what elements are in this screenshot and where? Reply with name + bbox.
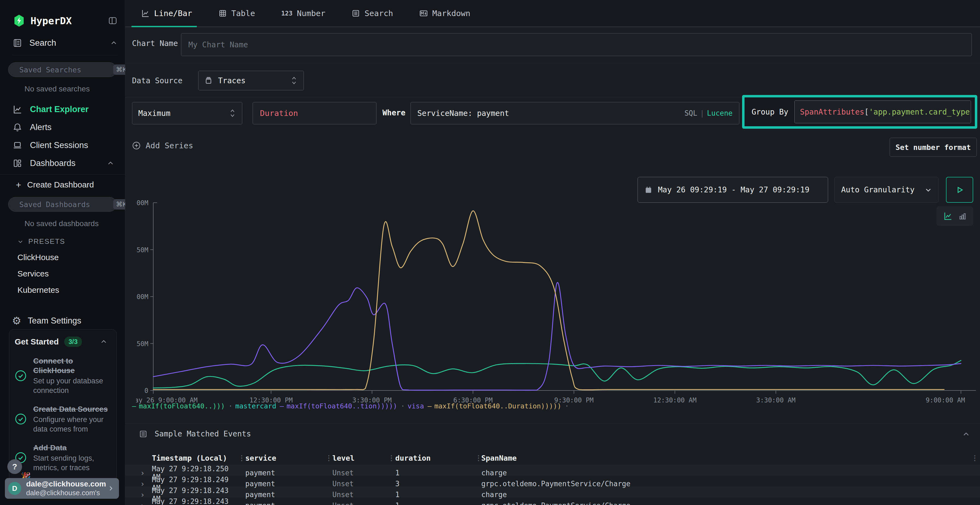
search-section-header[interactable]: Search [13, 38, 117, 55]
cell-service: payment [245, 480, 325, 488]
cell-spanname: grpc.oteldemo.PaymentService/Charge [481, 502, 965, 505]
legend-item[interactable]: · visa [401, 402, 424, 410]
svg-text:600M: 600M [136, 199, 148, 207]
svg-text:450M: 450M [136, 246, 148, 254]
preset-dashboard-item[interactable]: Services [18, 269, 125, 278]
data-source-select[interactable]: Traces [198, 71, 304, 91]
column-resize-handle[interactable]: ⋮ [238, 454, 245, 462]
onboarding-step-title: Create Data Sources [33, 404, 111, 414]
onboarding-step[interactable]: Connect to ClickHouse Set up your databa… [15, 356, 111, 395]
user-menu[interactable]: D dale@clickhouse.com dale@clickhouse.co… [5, 478, 119, 499]
sidebar-collapse-icon[interactable] [108, 16, 117, 25]
list-icon [139, 430, 148, 438]
group-by-input[interactable]: SpanAttributes['app.payment.card_type'] [794, 100, 971, 123]
aggregation-select[interactable]: Maximum [132, 102, 242, 124]
onboarding-step[interactable]: Create Data Sources Configure where your… [15, 404, 111, 434]
legend-item[interactable]: · [565, 402, 572, 410]
query-language-toggle[interactable]: SQL|Lucene [684, 109, 733, 117]
cell-duration: 1 [395, 491, 475, 499]
chart-name-label: Chart Name [132, 39, 178, 48]
tab-line-bar[interactable]: Line/Bar [141, 9, 192, 18]
legend-mark: · [228, 402, 232, 410]
field-value: Duration [260, 108, 298, 118]
timeseries-chart[interactable]: 0150M300M450M600MMay 26 9:00:00 AM12:30:… [136, 197, 980, 412]
saved-dashboards-field[interactable] [19, 199, 113, 210]
search-section-title: Search [29, 38, 110, 48]
help-button[interactable]: ? [7, 459, 22, 474]
sidebar-item-dashboards[interactable]: Dashboards [0, 154, 125, 172]
create-dashboard-button[interactable]: + Create Dashboard [0, 176, 125, 193]
saved-dashboards-input[interactable]: ⌘K [8, 197, 117, 212]
gear-icon: ⚙ [12, 315, 21, 327]
svg-text:150M: 150M [136, 340, 148, 348]
saved-searches-field[interactable] [19, 64, 113, 75]
table-menu-icon[interactable]: ⋮ [965, 454, 978, 462]
chevron-up-icon[interactable] [100, 338, 107, 345]
add-series-button[interactable]: Add Series [132, 141, 193, 150]
sidebar-item-label: Chart Explorer [30, 105, 89, 114]
sidebar-item-label: Dashboards [30, 158, 75, 168]
col-timestamp[interactable]: Timestamp (Local) [152, 454, 238, 462]
chevron-down-icon [18, 239, 24, 245]
get-started-header[interactable]: Get Started 3/3 [15, 337, 111, 347]
legend-item[interactable]: — maxIf(toFloat640..Duration))))) [427, 402, 561, 410]
divider [125, 63, 980, 64]
dashboards-grid-icon [13, 158, 22, 168]
chevron-up-icon[interactable] [107, 160, 114, 167]
onboarding-step[interactable]: Add Data Start sending logs, metrics, or… [15, 443, 111, 472]
onboarding-step-title: Connect to ClickHouse [33, 356, 111, 375]
collapse-section-icon[interactable] [962, 430, 970, 438]
cell-level: Unset [332, 502, 388, 505]
chevron-up-icon[interactable] [110, 40, 117, 46]
cell-timestamp: May 27 9:29:18.243 AM [152, 497, 238, 505]
table-row[interactable]: › May 27 9:29:18.249 AM payment Unset 3 … [125, 476, 980, 486]
column-resize-handle[interactable]: ⋮ [475, 454, 481, 462]
tab-search[interactable]: Search [352, 9, 393, 18]
legend-label: mastercard [235, 402, 276, 410]
tab-table[interactable]: Table [218, 9, 255, 18]
lucene-option[interactable]: Lucene [707, 109, 733, 117]
tab-number[interactable]: 123 Number [281, 9, 325, 18]
table-row[interactable]: › May 27 9:29:18.250 AM payment Unset 1 … [125, 465, 980, 476]
database-icon [204, 76, 213, 85]
legend-item[interactable]: — maxIf(toFloat640..))) [132, 402, 225, 410]
markdown-icon [419, 9, 428, 18]
legend-item[interactable]: · mastercard [228, 402, 276, 410]
where-input[interactable]: ServiceName: payment SQL|Lucene [410, 102, 739, 124]
column-resize-handle[interactable]: ⋮ [325, 454, 332, 462]
saved-searches-input[interactable]: ⌘K [8, 62, 117, 77]
avatar: D [8, 482, 21, 495]
sidebar-nav: Chart Explorer Alerts Client Sessions Da… [0, 100, 125, 172]
group-by-key: 'app.payment.card_type' [869, 108, 971, 116]
preset-dashboard-item[interactable]: ClickHouse [18, 253, 125, 262]
tab-markdown[interactable]: Markdown [419, 9, 470, 18]
presets-toggle[interactable]: PRESETS [18, 237, 125, 246]
set-number-format-button[interactable]: Set number format [889, 138, 977, 157]
cell-duration: 3 [395, 480, 475, 488]
presets-label: PRESETS [28, 237, 65, 246]
sidebar-item-chart-explorer[interactable]: Chart Explorer [0, 100, 125, 118]
svg-text:12:30:00 AM: 12:30:00 AM [653, 397, 697, 404]
data-source-value: Traces [218, 76, 245, 85]
row-expand-icon[interactable]: › [140, 490, 152, 499]
field-select[interactable]: Duration [253, 102, 377, 124]
col-duration[interactable]: duration [395, 454, 475, 462]
col-level[interactable]: level [332, 454, 388, 462]
row-expand-icon[interactable]: › [140, 480, 152, 488]
sidebar-item-client-sessions[interactable]: Client Sessions [0, 136, 125, 154]
table-row[interactable]: › May 27 9:29:18.243 AM payment Unset 1 … [125, 486, 980, 497]
bracket: [ [864, 108, 869, 116]
col-spanname[interactable]: SpanName [481, 454, 965, 462]
sidebar-item-alerts[interactable]: Alerts [0, 118, 125, 136]
row-expand-icon[interactable]: › [140, 501, 152, 505]
sql-option[interactable]: SQL [684, 109, 697, 117]
preset-dashboard-item[interactable]: Kubernetes [18, 286, 125, 295]
onboarding-step-title: Add Data [33, 443, 111, 453]
sidebar-item-team-settings[interactable]: ⚙ Team Settings [12, 315, 125, 327]
row-expand-icon[interactable]: › [140, 468, 152, 478]
onboarding-step-subtitle: Set up your database connection [33, 376, 111, 395]
chart-name-input[interactable] [181, 33, 972, 56]
column-resize-handle[interactable]: ⋮ [388, 454, 395, 462]
legend-item[interactable]: — maxIf(toFloat640..tion))))) [280, 402, 397, 410]
col-service[interactable]: service [245, 454, 325, 462]
